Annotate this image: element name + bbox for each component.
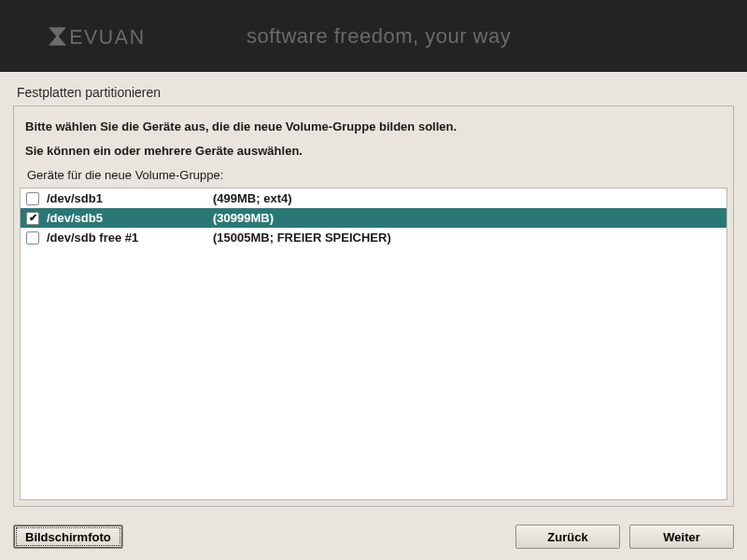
device-row[interactable]: /dev/sdb1(499MB; ext4) [21,189,726,208]
devuan-logo: EVUAN [45,18,213,55]
device-info: (30999MB) [213,211,274,225]
instructions: Bitte wählen Sie die Geräte aus, die die… [14,106,733,164]
device-name: /dev/sdb1 [47,191,205,205]
header-banner: EVUAN software freedom, your way [0,0,747,72]
screenshot-button[interactable]: Bildschirmfoto [13,525,123,549]
device-checkbox[interactable] [26,192,39,205]
device-list[interactable]: /dev/sdb1(499MB; ext4)/dev/sdb5(30999MB)… [20,188,727,500]
svg-text:EVUAN: EVUAN [69,26,145,49]
device-name: /dev/sdb5 [47,211,205,225]
device-name: /dev/sdb free #1 [47,231,205,245]
device-row[interactable]: /dev/sdb free #1(15005MB; FREIER SPEICHE… [21,228,726,247]
device-row[interactable]: /dev/sdb5(30999MB) [21,208,726,228]
content-frame: Bitte wählen Sie die Geräte aus, die die… [13,105,734,507]
prompt-label: Geräte für die neue Volume-Gruppe: [14,164,733,188]
device-info: (499MB; ext4) [213,191,292,205]
nav-buttons: Zurück Weiter [515,525,734,549]
device-info: (15005MB; FREIER SPEICHER) [213,231,391,245]
button-bar: Bildschirmfoto Zurück Weiter [13,525,734,549]
device-checkbox[interactable] [26,231,39,245]
tagline: software freedom, your way [247,24,511,49]
continue-button[interactable]: Weiter [629,525,734,549]
instruction-line2: Sie können ein oder mehrere Geräte auswä… [25,142,722,161]
instruction-line1: Bitte wählen Sie die Geräte aus, die die… [25,118,722,136]
page-title: Festplatten partitionieren [0,72,747,105]
device-checkbox[interactable] [26,212,39,225]
back-button[interactable]: Zurück [515,525,620,549]
